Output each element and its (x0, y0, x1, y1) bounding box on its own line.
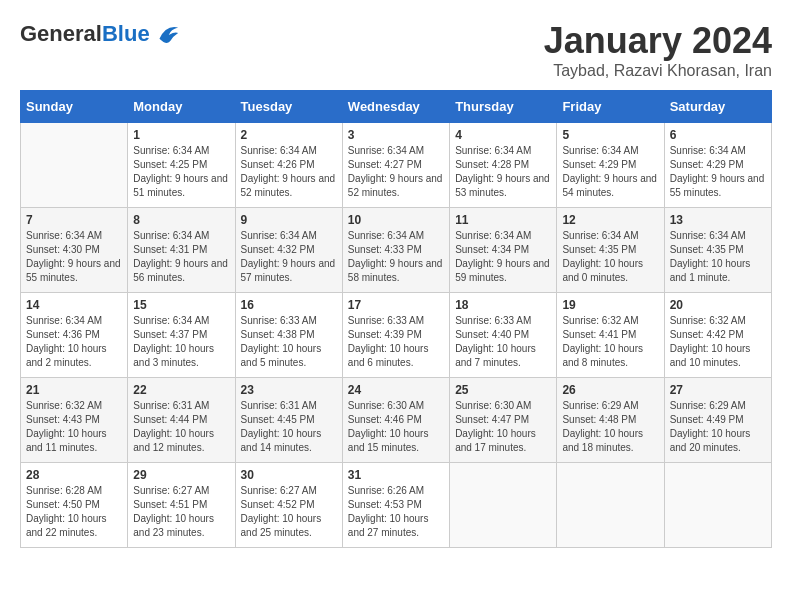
day-info: Sunrise: 6:34 AMSunset: 4:36 PMDaylight:… (26, 314, 122, 370)
day-number: 8 (133, 213, 229, 227)
day-number: 4 (455, 128, 551, 142)
header-day-thursday: Thursday (450, 91, 557, 123)
day-info: Sunrise: 6:34 AMSunset: 4:31 PMDaylight:… (133, 229, 229, 285)
day-info: Sunrise: 6:29 AMSunset: 4:48 PMDaylight:… (562, 399, 658, 455)
calendar-cell: 27Sunrise: 6:29 AMSunset: 4:49 PMDayligh… (664, 378, 771, 463)
day-number: 12 (562, 213, 658, 227)
calendar-cell: 23Sunrise: 6:31 AMSunset: 4:45 PMDayligh… (235, 378, 342, 463)
calendar-week-row: 1Sunrise: 6:34 AMSunset: 4:25 PMDaylight… (21, 123, 772, 208)
calendar-week-row: 14Sunrise: 6:34 AMSunset: 4:36 PMDayligh… (21, 293, 772, 378)
day-number: 20 (670, 298, 766, 312)
day-number: 16 (241, 298, 337, 312)
calendar-cell: 8Sunrise: 6:34 AMSunset: 4:31 PMDaylight… (128, 208, 235, 293)
day-info: Sunrise: 6:30 AMSunset: 4:47 PMDaylight:… (455, 399, 551, 455)
day-info: Sunrise: 6:29 AMSunset: 4:49 PMDaylight:… (670, 399, 766, 455)
logo: GeneralBlue (20, 20, 180, 48)
day-info: Sunrise: 6:28 AMSunset: 4:50 PMDaylight:… (26, 484, 122, 540)
day-number: 18 (455, 298, 551, 312)
day-number: 22 (133, 383, 229, 397)
day-info: Sunrise: 6:34 AMSunset: 4:29 PMDaylight:… (562, 144, 658, 200)
calendar-cell: 5Sunrise: 6:34 AMSunset: 4:29 PMDaylight… (557, 123, 664, 208)
day-info: Sunrise: 6:34 AMSunset: 4:32 PMDaylight:… (241, 229, 337, 285)
day-number: 19 (562, 298, 658, 312)
header-day-saturday: Saturday (664, 91, 771, 123)
calendar-cell: 17Sunrise: 6:33 AMSunset: 4:39 PMDayligh… (342, 293, 449, 378)
day-number: 29 (133, 468, 229, 482)
day-number: 31 (348, 468, 444, 482)
day-info: Sunrise: 6:34 AMSunset: 4:33 PMDaylight:… (348, 229, 444, 285)
day-info: Sunrise: 6:31 AMSunset: 4:45 PMDaylight:… (241, 399, 337, 455)
calendar-cell: 18Sunrise: 6:33 AMSunset: 4:40 PMDayligh… (450, 293, 557, 378)
calendar-week-row: 28Sunrise: 6:28 AMSunset: 4:50 PMDayligh… (21, 463, 772, 548)
day-number: 26 (562, 383, 658, 397)
day-info: Sunrise: 6:34 AMSunset: 4:25 PMDaylight:… (133, 144, 229, 200)
day-number: 3 (348, 128, 444, 142)
calendar-cell: 26Sunrise: 6:29 AMSunset: 4:48 PMDayligh… (557, 378, 664, 463)
day-number: 13 (670, 213, 766, 227)
day-info: Sunrise: 6:27 AMSunset: 4:52 PMDaylight:… (241, 484, 337, 540)
calendar-cell (664, 463, 771, 548)
day-info: Sunrise: 6:34 AMSunset: 4:35 PMDaylight:… (562, 229, 658, 285)
day-info: Sunrise: 6:31 AMSunset: 4:44 PMDaylight:… (133, 399, 229, 455)
day-info: Sunrise: 6:34 AMSunset: 4:37 PMDaylight:… (133, 314, 229, 370)
calendar-cell: 21Sunrise: 6:32 AMSunset: 4:43 PMDayligh… (21, 378, 128, 463)
calendar-title: January 2024 (544, 20, 772, 62)
day-number: 1 (133, 128, 229, 142)
calendar-cell: 20Sunrise: 6:32 AMSunset: 4:42 PMDayligh… (664, 293, 771, 378)
day-info: Sunrise: 6:32 AMSunset: 4:41 PMDaylight:… (562, 314, 658, 370)
calendar-cell: 19Sunrise: 6:32 AMSunset: 4:41 PMDayligh… (557, 293, 664, 378)
calendar-header-row: SundayMondayTuesdayWednesdayThursdayFrid… (21, 91, 772, 123)
header-day-monday: Monday (128, 91, 235, 123)
calendar-cell: 14Sunrise: 6:34 AMSunset: 4:36 PMDayligh… (21, 293, 128, 378)
day-info: Sunrise: 6:34 AMSunset: 4:30 PMDaylight:… (26, 229, 122, 285)
calendar-week-row: 7Sunrise: 6:34 AMSunset: 4:30 PMDaylight… (21, 208, 772, 293)
day-info: Sunrise: 6:32 AMSunset: 4:43 PMDaylight:… (26, 399, 122, 455)
day-number: 23 (241, 383, 337, 397)
header-day-friday: Friday (557, 91, 664, 123)
day-number: 25 (455, 383, 551, 397)
day-number: 11 (455, 213, 551, 227)
logo-bird-icon (152, 20, 180, 48)
calendar-cell: 2Sunrise: 6:34 AMSunset: 4:26 PMDaylight… (235, 123, 342, 208)
calendar-cell (21, 123, 128, 208)
day-info: Sunrise: 6:27 AMSunset: 4:51 PMDaylight:… (133, 484, 229, 540)
day-number: 6 (670, 128, 766, 142)
calendar-cell: 7Sunrise: 6:34 AMSunset: 4:30 PMDaylight… (21, 208, 128, 293)
header-day-wednesday: Wednesday (342, 91, 449, 123)
title-block: January 2024 Taybad, Razavi Khorasan, Ir… (544, 20, 772, 80)
day-number: 21 (26, 383, 122, 397)
calendar-cell: 1Sunrise: 6:34 AMSunset: 4:25 PMDaylight… (128, 123, 235, 208)
day-number: 10 (348, 213, 444, 227)
calendar-cell: 24Sunrise: 6:30 AMSunset: 4:46 PMDayligh… (342, 378, 449, 463)
calendar-cell: 22Sunrise: 6:31 AMSunset: 4:44 PMDayligh… (128, 378, 235, 463)
day-number: 14 (26, 298, 122, 312)
day-info: Sunrise: 6:34 AMSunset: 4:29 PMDaylight:… (670, 144, 766, 200)
day-number: 24 (348, 383, 444, 397)
calendar-cell: 30Sunrise: 6:27 AMSunset: 4:52 PMDayligh… (235, 463, 342, 548)
calendar-cell: 3Sunrise: 6:34 AMSunset: 4:27 PMDaylight… (342, 123, 449, 208)
day-number: 7 (26, 213, 122, 227)
calendar-cell: 28Sunrise: 6:28 AMSunset: 4:50 PMDayligh… (21, 463, 128, 548)
calendar-week-row: 21Sunrise: 6:32 AMSunset: 4:43 PMDayligh… (21, 378, 772, 463)
logo-general-text: General (20, 21, 102, 46)
day-info: Sunrise: 6:34 AMSunset: 4:34 PMDaylight:… (455, 229, 551, 285)
calendar-cell: 11Sunrise: 6:34 AMSunset: 4:34 PMDayligh… (450, 208, 557, 293)
calendar-location: Taybad, Razavi Khorasan, Iran (544, 62, 772, 80)
day-info: Sunrise: 6:34 AMSunset: 4:27 PMDaylight:… (348, 144, 444, 200)
calendar-cell: 13Sunrise: 6:34 AMSunset: 4:35 PMDayligh… (664, 208, 771, 293)
day-number: 5 (562, 128, 658, 142)
day-number: 2 (241, 128, 337, 142)
day-number: 17 (348, 298, 444, 312)
day-info: Sunrise: 6:26 AMSunset: 4:53 PMDaylight:… (348, 484, 444, 540)
calendar-cell: 12Sunrise: 6:34 AMSunset: 4:35 PMDayligh… (557, 208, 664, 293)
calendar-cell: 31Sunrise: 6:26 AMSunset: 4:53 PMDayligh… (342, 463, 449, 548)
day-number: 27 (670, 383, 766, 397)
day-info: Sunrise: 6:34 AMSunset: 4:28 PMDaylight:… (455, 144, 551, 200)
day-info: Sunrise: 6:33 AMSunset: 4:39 PMDaylight:… (348, 314, 444, 370)
day-info: Sunrise: 6:33 AMSunset: 4:38 PMDaylight:… (241, 314, 337, 370)
header-day-tuesday: Tuesday (235, 91, 342, 123)
day-info: Sunrise: 6:34 AMSunset: 4:35 PMDaylight:… (670, 229, 766, 285)
day-info: Sunrise: 6:33 AMSunset: 4:40 PMDaylight:… (455, 314, 551, 370)
calendar-cell: 29Sunrise: 6:27 AMSunset: 4:51 PMDayligh… (128, 463, 235, 548)
day-number: 15 (133, 298, 229, 312)
